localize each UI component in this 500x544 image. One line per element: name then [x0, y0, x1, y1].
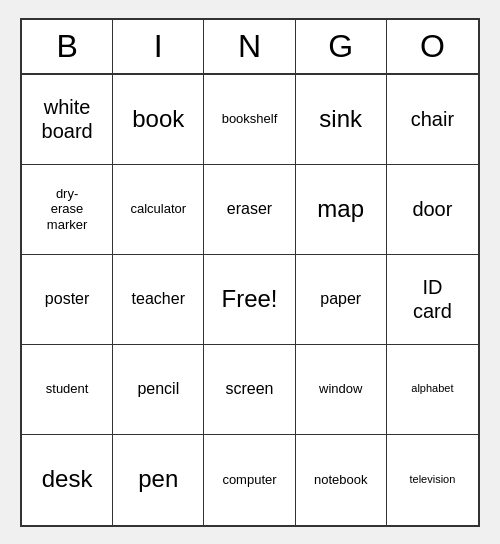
bingo-cell-6[interactable]: calculator: [113, 165, 204, 255]
cell-text-17: screen: [225, 379, 273, 398]
cell-text-12: Free!: [221, 285, 277, 314]
cell-text-13: paper: [320, 289, 361, 308]
cell-text-2: bookshelf: [222, 111, 278, 127]
bingo-cell-1[interactable]: book: [113, 75, 204, 165]
cell-text-18: window: [319, 381, 362, 397]
header-letter-n: N: [204, 20, 295, 73]
bingo-cell-2[interactable]: bookshelf: [204, 75, 295, 165]
bingo-cell-15[interactable]: student: [22, 345, 113, 435]
bingo-cell-12[interactable]: Free!: [204, 255, 295, 345]
cell-text-3: sink: [319, 105, 362, 134]
bingo-cell-19[interactable]: alphabet: [387, 345, 478, 435]
cell-text-8: map: [317, 195, 364, 224]
cell-text-14: ID card: [413, 275, 452, 323]
header-letter-o: O: [387, 20, 478, 73]
cell-text-10: poster: [45, 289, 89, 308]
bingo-cell-23[interactable]: notebook: [296, 435, 387, 525]
cell-text-7: eraser: [227, 199, 272, 218]
cell-text-11: teacher: [132, 289, 185, 308]
bingo-cell-10[interactable]: poster: [22, 255, 113, 345]
cell-text-9: door: [412, 197, 452, 221]
cell-text-20: desk: [42, 465, 93, 494]
bingo-cell-14[interactable]: ID card: [387, 255, 478, 345]
bingo-cell-0[interactable]: white board: [22, 75, 113, 165]
bingo-cell-20[interactable]: desk: [22, 435, 113, 525]
cell-text-5: dry- erase marker: [47, 186, 87, 233]
bingo-cell-7[interactable]: eraser: [204, 165, 295, 255]
bingo-cell-17[interactable]: screen: [204, 345, 295, 435]
cell-text-22: computer: [222, 472, 276, 488]
cell-text-23: notebook: [314, 472, 368, 488]
cell-text-21: pen: [138, 465, 178, 494]
header-letter-b: B: [22, 20, 113, 73]
bingo-cell-5[interactable]: dry- erase marker: [22, 165, 113, 255]
cell-text-6: calculator: [130, 201, 186, 217]
cell-text-4: chair: [411, 107, 454, 131]
bingo-grid: white boardbookbookshelfsinkchairdry- er…: [22, 75, 478, 525]
header-letter-i: I: [113, 20, 204, 73]
bingo-cell-18[interactable]: window: [296, 345, 387, 435]
cell-text-0: white board: [42, 95, 93, 143]
bingo-cell-9[interactable]: door: [387, 165, 478, 255]
bingo-cell-16[interactable]: pencil: [113, 345, 204, 435]
bingo-cell-11[interactable]: teacher: [113, 255, 204, 345]
cell-text-15: student: [46, 381, 89, 397]
bingo-cell-3[interactable]: sink: [296, 75, 387, 165]
bingo-card: BINGO white boardbookbookshelfsinkchaird…: [20, 18, 480, 527]
bingo-cell-13[interactable]: paper: [296, 255, 387, 345]
cell-text-19: alphabet: [411, 382, 453, 395]
cell-text-24: television: [409, 473, 455, 486]
bingo-cell-8[interactable]: map: [296, 165, 387, 255]
cell-text-16: pencil: [137, 379, 179, 398]
bingo-cell-24[interactable]: television: [387, 435, 478, 525]
bingo-cell-4[interactable]: chair: [387, 75, 478, 165]
header-letter-g: G: [296, 20, 387, 73]
bingo-cell-22[interactable]: computer: [204, 435, 295, 525]
bingo-cell-21[interactable]: pen: [113, 435, 204, 525]
bingo-header: BINGO: [22, 20, 478, 75]
cell-text-1: book: [132, 105, 184, 134]
